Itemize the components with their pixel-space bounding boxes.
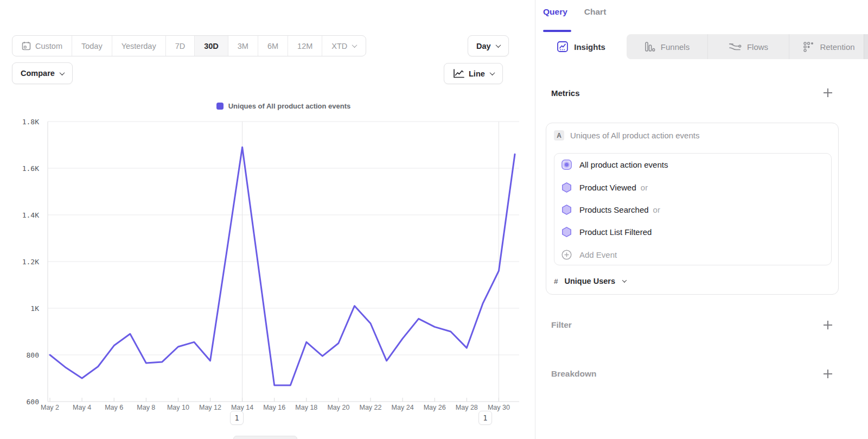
- svg-text:May 10: May 10: [167, 404, 189, 411]
- metric-title-row: A Uniques of All product action events: [554, 130, 699, 141]
- svg-text:May 24: May 24: [392, 404, 414, 411]
- svg-text:May 18: May 18: [295, 404, 317, 411]
- event-label: Product List Filtered: [579, 227, 652, 237]
- metric-letter-badge: A: [554, 130, 564, 141]
- tab-query[interactable]: Query: [543, 7, 567, 17]
- svg-text:May 14: May 14: [231, 404, 253, 411]
- annotation-badge[interactable]: 1: [478, 411, 492, 425]
- svg-text:May 20: May 20: [327, 404, 349, 411]
- tab-flows[interactable]: Flows: [707, 34, 789, 59]
- report-type-tabs: Insights Funnels Flows Retention: [535, 34, 868, 59]
- event-row-product-list-filtered[interactable]: Product List Filtered: [554, 221, 831, 243]
- annotation-badge[interactable]: 1: [230, 411, 244, 425]
- hexagon-event-icon: [561, 226, 572, 238]
- line-chart[interactable]: 1.8K1.6K1.4K1.2K1K800600May 2May 4May 6M…: [0, 0, 534, 439]
- chevron-down-icon: [622, 278, 627, 282]
- event-label: All product action events: [579, 160, 668, 169]
- flows-icon: [729, 41, 742, 52]
- aggregation-dropdown[interactable]: # Unique Users: [554, 277, 626, 285]
- svg-text:600: 600: [27, 398, 39, 406]
- panel-top-tabs: Query Chart: [543, 7, 606, 17]
- add-metric-icon[interactable]: [824, 88, 832, 97]
- aggregation-label: Unique Users: [565, 277, 615, 285]
- tab-label: Insights: [574, 42, 605, 52]
- tab-chart[interactable]: Chart: [584, 7, 606, 17]
- event-row-product-viewed[interactable]: Product Viewed or: [554, 176, 831, 198]
- all-events-icon: [561, 159, 572, 170]
- bottom-cutoff-panel: [233, 436, 297, 439]
- svg-text:May 26: May 26: [424, 404, 446, 411]
- event-label: Add Event: [579, 250, 617, 259]
- svg-text:May 22: May 22: [360, 404, 382, 411]
- svg-text:1.4K: 1.4K: [22, 211, 39, 219]
- svg-text:May 12: May 12: [199, 404, 221, 411]
- event-row-all-product-action-events[interactable]: All product action events: [554, 154, 831, 176]
- tab-label: Flows: [747, 42, 768, 52]
- tab-bar-edge: [864, 34, 868, 59]
- hash-icon: #: [554, 277, 558, 285]
- hexagon-event-icon: [561, 182, 572, 193]
- svg-text:1.6K: 1.6K: [22, 164, 39, 173]
- svg-text:May 28: May 28: [456, 404, 478, 411]
- retention-icon: [803, 41, 814, 53]
- svg-text:May 16: May 16: [263, 404, 285, 411]
- event-or-suffix: or: [641, 183, 648, 192]
- event-row-products-searched[interactable]: Products Searched or: [554, 199, 831, 221]
- events-card: All product action events Product Viewed…: [554, 153, 832, 265]
- add-event-button[interactable]: Add Event: [554, 244, 831, 266]
- metrics-header: Metrics: [551, 88, 580, 98]
- svg-text:May 8: May 8: [137, 404, 155, 411]
- tab-retention[interactable]: Retention: [789, 34, 868, 59]
- filter-header: Filter: [551, 320, 572, 330]
- svg-text:800: 800: [27, 351, 39, 359]
- svg-text:1K: 1K: [30, 304, 39, 313]
- add-event-icon: [561, 249, 572, 260]
- query-panel: Query Chart Insights Funnels Flows Reten…: [535, 0, 868, 439]
- add-filter-icon[interactable]: [824, 321, 832, 329]
- event-label: Products Searched: [579, 205, 649, 214]
- svg-text:May 30: May 30: [488, 404, 510, 411]
- tab-funnels[interactable]: Funnels: [627, 34, 707, 59]
- svg-text:1.2K: 1.2K: [22, 258, 39, 266]
- tab-insights[interactable]: Insights: [535, 34, 627, 59]
- add-breakdown-icon[interactable]: [824, 370, 832, 378]
- event-or-suffix: or: [653, 205, 660, 214]
- svg-text:May 6: May 6: [105, 404, 123, 411]
- metric-title: Uniques of All product action events: [570, 131, 699, 140]
- insights-icon: [557, 41, 569, 53]
- svg-text:1.8K: 1.8K: [22, 118, 39, 126]
- funnels-icon: [644, 41, 655, 53]
- active-tab-underline: [543, 30, 571, 32]
- breakdown-header: Breakdown: [551, 369, 597, 379]
- tab-label: Retention: [820, 42, 854, 52]
- metric-card: A Uniques of All product action events A…: [546, 123, 839, 295]
- tab-label: Funnels: [661, 42, 690, 52]
- svg-text:May 2: May 2: [41, 404, 59, 411]
- event-label: Product Viewed: [579, 183, 636, 192]
- hexagon-event-icon: [561, 204, 572, 215]
- svg-text:May 4: May 4: [73, 404, 91, 411]
